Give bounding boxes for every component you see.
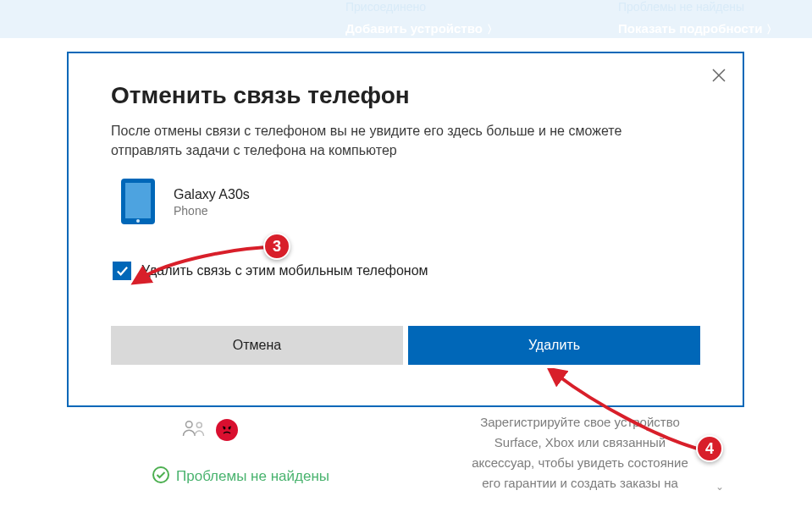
no-problems-label: Проблемы не найдены: [176, 468, 329, 485]
svg-point-1: [196, 422, 202, 427]
unlink-checkbox-label: Удалить связь с этим мобильным телефоном: [141, 263, 428, 278]
background-card-left: Проблемы не найдены: [135, 419, 406, 487]
close-button[interactable]: [710, 67, 727, 84]
header-sub-2: Проблемы не найдены: [618, 0, 744, 14]
angry-face-icon: [216, 419, 238, 441]
bg-line: Зарегистрируйте свое устройство: [445, 412, 715, 433]
unlink-phone-dialog: Отменить связь телефон После отмены связ…: [67, 52, 744, 407]
annotation-marker-4: 4: [696, 435, 723, 462]
chevron-right-icon: 〉: [766, 23, 777, 36]
bg-line: аксессуар, чтобы увидеть состояние: [445, 453, 715, 473]
header-links: Присоединено Добавить устройство〉 Пробле…: [0, 0, 812, 38]
dialog-title: Отменить связь телефон: [111, 82, 700, 109]
add-device-label: Добавить устройство: [345, 21, 483, 36]
chevron-right-icon: 〉: [487, 23, 498, 36]
check-circle-icon: [152, 466, 169, 487]
svg-point-4: [153, 467, 168, 482]
annotation-marker-3: 3: [263, 233, 290, 260]
device-name: Galaxy A30s: [174, 187, 250, 202]
unlink-checkbox[interactable]: [113, 262, 131, 280]
background-card-right: Зарегистрируйте свое устройство Surface,…: [445, 412, 715, 493]
people-icon: [182, 419, 207, 441]
device-row: Galaxy A30s Phone: [121, 179, 700, 226]
cancel-button[interactable]: Отмена: [111, 326, 403, 365]
show-details-link[interactable]: Показать подробности〉: [618, 21, 777, 37]
show-details-label: Показать подробности: [618, 21, 762, 36]
header-sub-1: Присоединено: [345, 0, 426, 14]
delete-button[interactable]: Удалить: [408, 326, 700, 365]
add-device-link[interactable]: Добавить устройство〉: [345, 21, 498, 37]
bg-line: Surface, Xbox или связанный: [445, 433, 715, 453]
chevron-down-icon[interactable]: ⌄: [715, 479, 724, 495]
bg-line: его гарантии и создать заказы на: [445, 473, 715, 493]
svg-point-0: [186, 422, 193, 428]
device-type: Phone: [174, 204, 250, 218]
phone-device-icon: [121, 179, 157, 226]
dialog-body: После отмены связи с телефоном вы не уви…: [111, 121, 670, 160]
